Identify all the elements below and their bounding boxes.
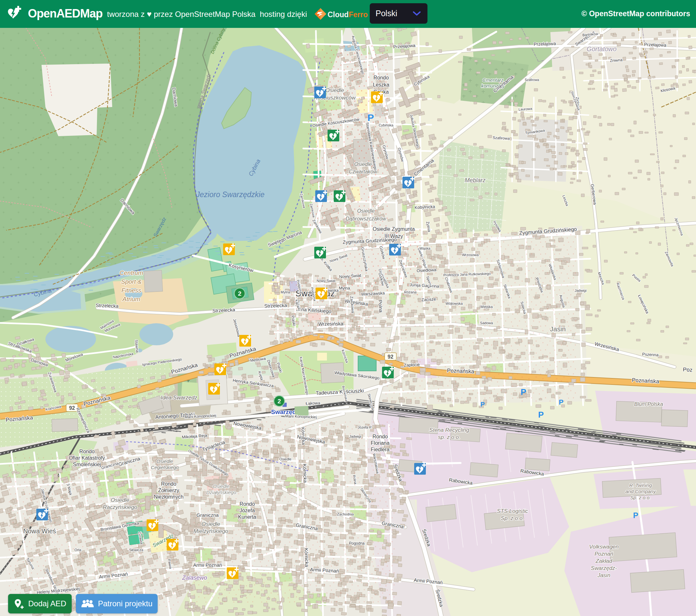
svg-text:Zakład: Zakład [595,558,612,564]
svg-text:Rondo: Rondo [372,434,387,439]
svg-text:Zapłocie: Zapłocie [404,362,420,368]
svg-text:Zachodnia: Zachodnia [337,512,354,516]
svg-text:Sp. z o.o.: Sp. z o.o. [501,515,524,521]
svg-text:P: P [633,511,638,520]
svg-text:Osiedle: Osiedle [279,457,291,461]
svg-text:Osiedle Zygmunta: Osiedle Zygmunta [373,226,415,232]
svg-text:Floriana: Floriana [371,440,390,446]
svg-text:Kórnicka: Kórnicka [302,464,308,483]
svg-text:Wójtowska: Wójtowska [445,302,463,305]
svg-text:Jasin: Jasin [597,572,611,578]
svg-text:Osiedle: Osiedle [111,497,129,503]
svg-text:Rondo: Rondo [373,75,389,80]
svg-text:Osiedle: Osiedle [354,161,372,167]
svg-text:P: P [559,398,564,406]
svg-text:Volkswagen: Volkswagen [589,544,618,550]
svg-text:Graniczna: Graniczna [196,512,219,518]
svg-text:Fitness: Fitness [121,287,141,294]
svg-text:Łąkowa: Łąkowa [305,400,320,406]
svg-text:Poznańska: Poznańska [447,368,474,375]
svg-text:Wrzesińska: Wrzesińska [318,321,344,326]
svg-text:Poznań: Poznań [595,551,613,557]
svg-text:P: P [521,387,526,397]
svg-text:Pszenna: Pszenna [642,352,659,357]
svg-text:Osiedle: Osiedle [157,458,173,464]
svg-text:Józefa P.: Józefa P. [358,425,372,429]
svg-text:Osiedle: Osiedle [201,521,220,527]
svg-text:P: P [538,410,543,420]
svg-text:2: 2 [278,398,281,405]
svg-text:Sadowa: Sadowa [480,321,493,325]
svg-text:Stena Recycling: Stena Recycling [429,427,469,433]
svg-text:Poz: Poz [683,366,693,373]
svg-text:Wąska: Wąska [420,246,431,250]
svg-text:Żołnierzy: Żołnierzy [158,487,179,493]
svg-text:Zalasewo: Zalasewo [181,574,207,581]
svg-text:Różana: Różana [404,290,417,294]
svg-text:Wiejska: Wiejska [480,305,493,309]
svg-text:Kunerta: Kunerta [238,514,256,520]
svg-text:Cegielskiego: Cegielskiego [151,465,179,470]
svg-text:Szafirowa: Szafirowa [525,78,539,82]
svg-text:Rondo: Rondo [161,481,176,487]
svg-text:Ofiar Katastrofy: Ofiar Katastrofy [69,455,105,461]
svg-text:Przełajowa: Przełajowa [644,42,666,48]
svg-text:Leszka: Leszka [373,82,390,87]
svg-text:Osiedle: Osiedle [325,87,344,93]
svg-text:Swarzędz-: Swarzędz- [591,565,617,571]
svg-text:Kórnicka: Kórnicka [304,548,310,567]
svg-text:P: P [367,112,374,123]
svg-text:sp. z o.o.: sp. z o.o. [438,434,461,440]
svg-text:Józefa: Józefa [239,508,255,513]
svg-text:Jezioro Swarzędzkie: Jezioro Swarzędzkie [196,190,265,199]
svg-text:Centrum: Centrum [120,270,143,276]
svg-text:Sp. z o.o.: Sp. z o.o. [630,495,651,500]
svg-text:Fiedlera: Fiedlera [371,447,390,452]
svg-text:92: 92 [387,354,393,359]
svg-text:Armii Poznań: Armii Poznań [193,562,222,568]
svg-text:Słowicza: Słowicza [129,548,143,552]
svg-text:Wrzosowa: Wrzosowa [462,253,479,257]
svg-text:Żniwna: Żniwna [610,58,623,63]
svg-text:Pogodna: Pogodna [349,541,365,546]
svg-text:Dąbrowszczaków: Dąbrowszczaków [346,216,386,222]
svg-text:Raczyńskiego: Raczyńskiego [103,504,137,510]
svg-text:Nowy Świat: Nowy Świat [317,279,335,283]
svg-text:Atrium: Atrium [122,296,140,303]
svg-text:Idea Swarzędz: Idea Swarzędz [161,394,197,401]
svg-text:R. Twining: R. Twining [629,483,652,488]
svg-text:Mielżyńskiego: Mielżyńskiego [194,528,228,534]
svg-text:STS Logistic: STS Logistic [497,508,528,514]
svg-text:Niezłomnych: Niezłomnych [154,494,184,500]
svg-text:92: 92 [69,405,75,411]
svg-text:Sport &: Sport & [121,278,141,285]
svg-text:Szafirowa: Szafirowa [493,135,510,141]
svg-text:Rondo: Rondo [239,501,255,507]
svg-text:Polna: Polna [378,300,384,313]
svg-text:P: P [480,401,485,408]
svg-text:Zacisze: Zacisze [421,297,436,302]
svg-text:Meblarz: Meblarz [465,177,486,183]
svg-text:and Company: and Company [625,489,656,494]
svg-text:Strzelecka: Strzelecka [96,303,119,309]
svg-text:Cmentarz: Cmentarz [482,77,504,83]
svg-text:Przełajowa: Przełajowa [534,41,556,47]
svg-text:Jasin: Jasin [550,325,566,333]
svg-text:Jadwigi: Jadwigi [349,435,361,438]
svg-text:Blum Polska: Blum Polska [634,401,663,407]
svg-text:Osiedlowa: Osiedlowa [416,267,437,273]
svg-text:Smoleńskiej: Smoleńskiej [73,462,101,467]
svg-text:Mylna: Mylna [339,286,350,291]
svg-text:Rondo: Rondo [79,449,94,454]
svg-text:Jadwigi: Jadwigi [575,289,587,292]
svg-text:Osiedle: Osiedle [357,208,375,214]
svg-text:2: 2 [238,290,242,297]
svg-text:Nowa Wieś: Nowa Wieś [23,528,56,535]
svg-text:Osiedle: Osiedle [213,483,230,489]
svg-text:Cybińska: Cybińska [379,123,393,127]
svg-text:Mylna: Mylna [281,290,290,294]
svg-text:Gortatowo: Gortatowo [587,45,617,52]
svg-text:Działyńskiego: Działyńskiego [206,489,236,495]
svg-text:Strzelecka: Strzelecka [264,303,287,309]
svg-text:Orla: Orla [75,548,82,552]
